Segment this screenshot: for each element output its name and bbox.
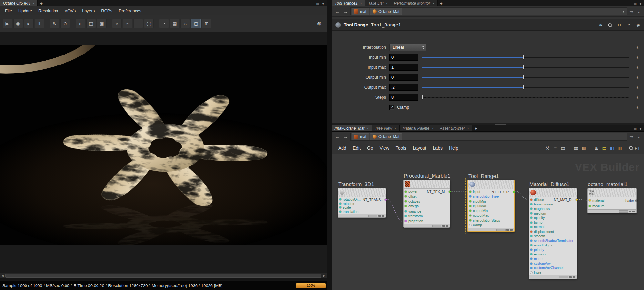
input-port-outputmax[interactable]: outputMax [468,214,514,217]
path-field[interactable]: matOctane_Mat▾ [350,7,627,15]
pane-collapse-icon[interactable]: ▾ [322,2,324,5]
parm-value-field[interactable]: 1 [389,64,418,71]
slider-handle[interactable] [422,95,423,99]
grid-snap-icon[interactable]: ▦ [572,145,580,151]
close-icon[interactable]: × [432,1,434,5]
slider-handle[interactable] [523,65,524,69]
close-icon[interactable]: × [386,1,388,5]
menu-tools[interactable]: Tools [393,145,410,151]
tab-asset-browser[interactable]: Asset Browser× [437,125,473,131]
record-icon[interactable]: ◉ [13,19,23,28]
parm-slider[interactable] [422,75,629,80]
input-port-outputmin[interactable]: outputMin [468,209,514,213]
link-pane-icon[interactable]: ⇥ [629,9,634,14]
menu-layout[interactable]: Layout [410,145,430,151]
channels-icon[interactable]: H [617,23,622,27]
pane-collapse-icon[interactable]: ▾ [640,127,641,131]
pane-menu-icon[interactable]: ▤ [634,127,637,131]
breadcrumb-mat[interactable]: mat [352,8,369,15]
render-viewport[interactable] [0,32,327,273]
overview-icon[interactable]: ◰ [633,145,641,151]
pin-icon[interactable]: ↧ [636,9,642,14]
focus-icon[interactable]: ⌖ [112,19,122,28]
close-icon[interactable]: × [467,126,469,130]
link-pane-icon[interactable]: ⇥ [629,134,634,139]
menu-update[interactable]: Update [15,8,35,13]
back-icon[interactable]: ← [334,134,341,139]
input-port-bump[interactable]: bump [529,221,577,224]
network-canvas[interactable]: VEX Builder Transform_3D1rotationOr...ro… [332,154,644,290]
pane-menu-icon[interactable]: ▤ [634,2,637,5]
node-flags-bar[interactable] [404,224,450,227]
close-icon[interactable]: × [33,1,35,5]
breadcrumb-octane-mat[interactable]: Octane_Mat [370,133,402,140]
input-port-offset[interactable]: offset [404,195,450,198]
input-port-customaovchannel[interactable]: customAovChannel [529,266,577,270]
input-port-clamp[interactable]: clamp [468,223,514,227]
add-tab-button[interactable]: + [38,0,45,6]
contrast-icon[interactable]: ◐ [76,19,85,28]
jump-to-operator-icon[interactable]: ∗ [598,23,603,27]
node-flags-bar[interactable] [529,275,577,279]
menu-layers[interactable]: Layers [79,8,98,13]
pane-menu-icon[interactable]: ▤ [316,2,319,5]
info-icon[interactable]: ◉ [636,23,640,27]
input-port-variance[interactable]: variance [404,210,450,213]
close-icon[interactable]: × [394,126,396,130]
node-flags-bar[interactable] [468,228,514,231]
scroll-left-icon[interactable]: ◀ [0,274,5,277]
sticky-note-icon[interactable]: ▤ [600,145,608,151]
output-port-nt-trans[interactable]: NT_TRANS... [363,197,387,202]
forward-icon[interactable]: → [342,134,349,139]
input-port-projection[interactable]: projection [404,219,450,223]
grid-dots-icon[interactable]: ▩ [580,145,588,151]
parm-value-field[interactable]: .2 [389,84,418,91]
input-port-customaov[interactable]: customAov [529,262,577,265]
refresh-icon[interactable]: ↻ [50,19,59,28]
add-tab-button[interactable]: + [438,0,445,6]
menu-edit[interactable]: Edit [350,145,364,151]
channel-burst-icon[interactable]: ∗ [632,45,642,50]
path-field[interactable]: matOctane_Mat [350,133,627,141]
input-port-rotation[interactable]: rotation [338,202,386,205]
breadcrumb-octane-mat[interactable]: Octane_Mat [370,8,402,15]
node-flags-bar[interactable] [588,209,636,213]
pane-collapse-icon[interactable]: ▾ [640,2,641,5]
menu-go[interactable]: Go [364,145,376,151]
tree-list-icon[interactable]: ≡ [551,145,559,151]
output-port-nt-mat-d[interactable]: NT_MAT_D... [554,197,578,202]
shelf-icon[interactable]: ▥ [616,145,624,151]
input-port-normal[interactable]: normal [529,225,577,229]
node-material-diffuse1[interactable]: Material_Diffuse1diffusetransmissionroug… [529,188,577,279]
slider-handle[interactable] [523,55,524,59]
input-port-transform[interactable]: transform [404,215,450,218]
channel-burst-icon[interactable]: ∗ [632,85,642,90]
back-icon[interactable]: ← [334,9,341,14]
help-icon[interactable]: ? [627,23,631,27]
parm-slider[interactable] [422,85,629,90]
grid-icon[interactable]: ▦ [170,19,179,28]
parm-value-field[interactable]: 0 [389,54,418,61]
node-flags-bar[interactable] [338,214,386,217]
output-port-nt-tex-r[interactable]: NT_TEX_R... [492,189,515,194]
add-tab-button[interactable]: + [472,125,479,131]
channel-burst-icon[interactable]: ∗ [632,75,642,80]
home-icon[interactable]: ⌂ [180,19,190,28]
more-icon[interactable]: ⋯ [133,19,143,28]
input-port-octaves[interactable]: octaves [404,200,450,203]
menu-resolution[interactable]: Resolution [35,8,61,13]
node-name-field[interactable]: Tool_Range1 [371,22,401,27]
input-port-transmission[interactable]: transmission [529,203,577,206]
input-port-smoothshadowterminator[interactable]: smoothShadowTerminator [529,239,577,243]
clock-icon[interactable]: ◔ [159,19,169,28]
clamp-checkbox[interactable]: ✓ [389,105,394,110]
input-port-emission[interactable]: emission [529,253,577,256]
menu-add[interactable]: Add [335,145,350,151]
tab-tool-range1[interactable]: Tool_Range1× [332,0,365,6]
input-port-scale[interactable]: scale [338,206,386,209]
channel-burst-icon[interactable]: ∗ [632,95,642,100]
input-port-matte[interactable]: matte [529,257,577,261]
path-dropdown-icon[interactable]: ▾ [623,10,626,13]
parm-value-field[interactable]: 8 [389,94,418,101]
menu-rops[interactable]: ROPs [98,8,116,13]
